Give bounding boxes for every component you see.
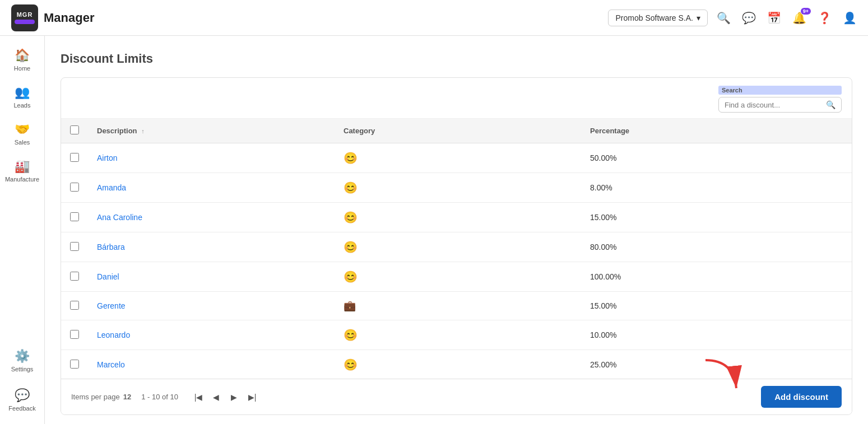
sidebar-item-settings[interactable]: ⚙️ Settings (3, 343, 41, 378)
table-row: Daniel 😊 100.00% (61, 262, 852, 292)
select-all-checkbox[interactable] (70, 125, 79, 134)
notifications-icon[interactable]: 🔔 9+ (792, 11, 806, 25)
user-avatar-icon[interactable]: 👤 (843, 11, 857, 25)
notification-badge: 9+ (801, 8, 811, 15)
sales-icon: 🤝 (15, 122, 30, 137)
row-checkbox-cell (61, 320, 88, 350)
category-face-icon: 😊 (344, 211, 358, 223)
table-wrap: Description ↑ Category Percentage Airton… (61, 119, 852, 379)
chat-icon[interactable]: 💬 (742, 11, 756, 25)
row-checkbox-cell (61, 292, 88, 320)
logo-text: MGR (17, 11, 33, 18)
category-face-icon: 😊 (344, 152, 358, 164)
category-face-icon: 😊 (344, 271, 358, 283)
row-percentage: 25.00% (581, 350, 852, 379)
sidebar-item-manufacture[interactable]: 🏭 Manufacture (3, 153, 41, 188)
search-input[interactable] (725, 101, 823, 109)
sidebar-item-sales[interactable]: 🤝 Sales (3, 117, 41, 151)
app-title: Manager (44, 11, 94, 25)
row-percentage: 15.00% (581, 203, 852, 232)
row-name: Bárbara (88, 232, 335, 262)
row-checkbox-cell (61, 350, 88, 379)
category-face-icon: 😊 (344, 329, 358, 341)
search-label: Search (718, 86, 842, 95)
pagination-first-button[interactable]: |◀ (191, 389, 206, 405)
category-briefcase-icon: 💼 (344, 300, 356, 311)
row-name: Ana Caroline (88, 203, 335, 232)
sidebar-item-home[interactable]: 🏠 Home (3, 43, 41, 77)
pagination-prev-button[interactable]: ◀ (208, 389, 224, 405)
row-checkbox[interactable] (70, 212, 79, 221)
search-bar: Search 🔍 (61, 78, 852, 119)
table-row: Gerente 💼 15.00% (61, 292, 852, 320)
col-header-percentage: Percentage (581, 119, 852, 143)
row-percentage: 15.00% (581, 292, 852, 320)
row-checkbox[interactable] (70, 272, 79, 281)
discount-limits-card: Search 🔍 Description ↑ (61, 77, 852, 415)
col-header-description[interactable]: Description ↑ (88, 119, 335, 143)
row-category: 💼 (335, 292, 581, 320)
row-checkbox[interactable] (70, 360, 79, 369)
row-percentage: 80.00% (581, 232, 852, 262)
app-logo-area: MGR Manager (11, 4, 94, 31)
row-checkbox[interactable] (70, 242, 79, 251)
search-submit-icon[interactable]: 🔍 (826, 100, 835, 109)
col-header-check (61, 119, 88, 143)
sidebar-label-sales: Sales (15, 139, 30, 146)
row-checkbox[interactable] (70, 330, 79, 339)
row-checkbox-cell (61, 143, 88, 173)
table-row: Ana Caroline 😊 15.00% (61, 203, 852, 232)
logo-bar (15, 20, 35, 24)
sidebar-item-leads[interactable]: 👥 Leads (3, 80, 41, 114)
row-checkbox-cell (61, 262, 88, 292)
navbar-icons: 🔍 💬 📅 🔔 9+ ❓ 👤 (717, 11, 857, 25)
table-row: Airton 😊 50.00% (61, 143, 852, 173)
items-per-page-value: 12 (123, 393, 131, 401)
sidebar-label-settings: Settings (11, 366, 34, 372)
sidebar-label-feedback: Feedback (8, 405, 35, 412)
search-input-wrap: 🔍 (718, 97, 842, 113)
pagination-range: 1 - 10 of 10 (141, 393, 178, 401)
sidebar-label-leads: Leads (14, 102, 31, 109)
items-per-page-label: Items per page (71, 393, 120, 401)
row-checkbox[interactable] (70, 301, 79, 310)
calendar-icon[interactable]: 📅 (767, 11, 781, 25)
sidebar-item-feedback[interactable]: 💬 Feedback (3, 383, 41, 417)
row-percentage: 50.00% (581, 143, 852, 173)
pagination-last-button[interactable]: ▶| (244, 389, 260, 405)
sidebar-label-home: Home (14, 65, 30, 72)
row-checkbox-cell (61, 232, 88, 262)
row-category: 😊 (335, 262, 581, 292)
pagination-info: Items per page 12 1 - 10 of 10 |◀ ◀ ▶ ▶| (71, 389, 260, 405)
sort-asc-icon: ↑ (141, 128, 145, 134)
page-title: Discount Limits (61, 52, 852, 66)
add-discount-button[interactable]: Add discount (761, 386, 842, 408)
table-body: Airton 😊 50.00% Amanda 😊 8.00% Ana Carol… (61, 143, 852, 379)
top-navbar: MGR Manager Promob Software S.A. ▾ 🔍 💬 📅… (0, 0, 868, 36)
feedback-icon: 💬 (15, 388, 30, 403)
row-name: Gerente (88, 292, 335, 320)
leads-icon: 👥 (15, 85, 30, 100)
manufacture-icon: 🏭 (15, 159, 30, 174)
row-name: Airton (88, 143, 335, 173)
row-percentage: 8.00% (581, 173, 852, 203)
main-content: Discount Limits Search 🔍 (45, 36, 868, 424)
pagination-next-button[interactable]: ▶ (226, 389, 242, 405)
search-icon[interactable]: 🔍 (717, 11, 731, 25)
table-row: Leonardo 😊 10.00% (61, 320, 852, 350)
row-percentage: 10.00% (581, 320, 852, 350)
pagination-controls: |◀ ◀ ▶ ▶| (191, 389, 260, 405)
row-category: 😊 (335, 320, 581, 350)
company-selector[interactable]: Promob Software S.A. ▾ (608, 10, 708, 26)
row-checkbox[interactable] (70, 183, 79, 192)
row-name: Daniel (88, 262, 335, 292)
company-name: Promob Software S.A. (615, 13, 693, 22)
category-face-icon: 😊 (344, 358, 358, 371)
row-checkbox[interactable] (70, 153, 79, 162)
row-category: 😊 (335, 203, 581, 232)
app-logo: MGR (11, 4, 38, 31)
discount-table: Description ↑ Category Percentage Airton… (61, 119, 852, 379)
category-face-icon: 😊 (344, 241, 358, 253)
row-category: 😊 (335, 350, 581, 379)
help-icon[interactable]: ❓ (818, 11, 832, 25)
